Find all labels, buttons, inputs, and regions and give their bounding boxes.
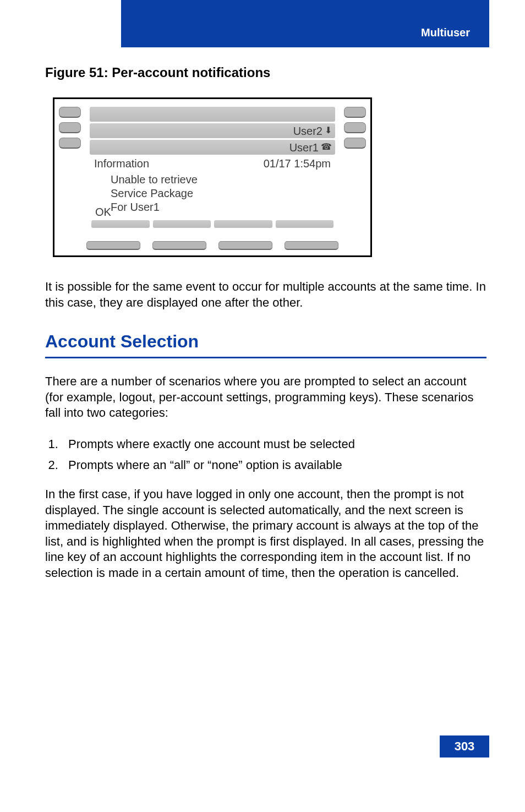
line-row-3: User1 ☎ [90,140,335,155]
phone-icon: ☎ [321,141,332,153]
soft-key [153,220,211,228]
hard-key [344,138,366,149]
hard-key [344,122,366,133]
body-paragraph: In the first case, if you have logged in… [45,487,486,581]
softkey-ok-label: OK [90,205,335,220]
right-line-keys [344,107,366,153]
section-heading: Account Selection [45,330,486,358]
hard-key [59,107,81,118]
header-band [121,0,489,47]
line-label: User1 [289,140,319,155]
hard-key [152,241,206,250]
soft-key [276,220,334,228]
page-number: 303 [440,735,489,757]
page-header: Multiuser [0,0,525,47]
hard-key [59,122,81,133]
hard-key [59,138,81,149]
soft-key [91,220,150,228]
figure-caption: Figure 51: Per-account notifications [45,64,486,81]
hard-key [344,107,366,118]
page-footer: 303 [0,724,525,757]
bottom-soft-keys [86,241,338,250]
hard-key [285,241,338,250]
body-paragraph: There are a number of scenarios where yo… [45,374,486,421]
line-row-1 [90,107,335,122]
info-row: Information 01/17 1:54pm [90,156,335,171]
body-paragraph: It is possible for the same event to occ… [45,279,486,310]
list-item: Prompts where exactly one account must b… [62,437,486,453]
numbered-list: Prompts where exactly one account must b… [45,437,486,473]
hard-key [218,241,272,250]
info-label: Information [94,156,149,171]
section-label: Multiuser [421,26,470,39]
figure-illustration: User2 ⬇ User1 ☎ Information 01/17 1:54pm… [53,97,372,257]
line-row-2: User2 ⬇ [90,123,335,138]
info-time: 01/17 1:54pm [264,156,331,171]
lcd-screen: User2 ⬇ User1 ☎ Information 01/17 1:54pm… [90,107,335,236]
msg-line: Unable to retrieve [111,173,331,187]
download-icon: ⬇ [325,125,332,137]
msg-line: Service Package [111,187,331,200]
hard-key [86,241,140,250]
soft-key [214,220,272,228]
list-item: Prompts where an “all” or “none” option … [62,457,486,473]
line-label: User2 [293,124,322,138]
left-line-keys [59,107,81,153]
